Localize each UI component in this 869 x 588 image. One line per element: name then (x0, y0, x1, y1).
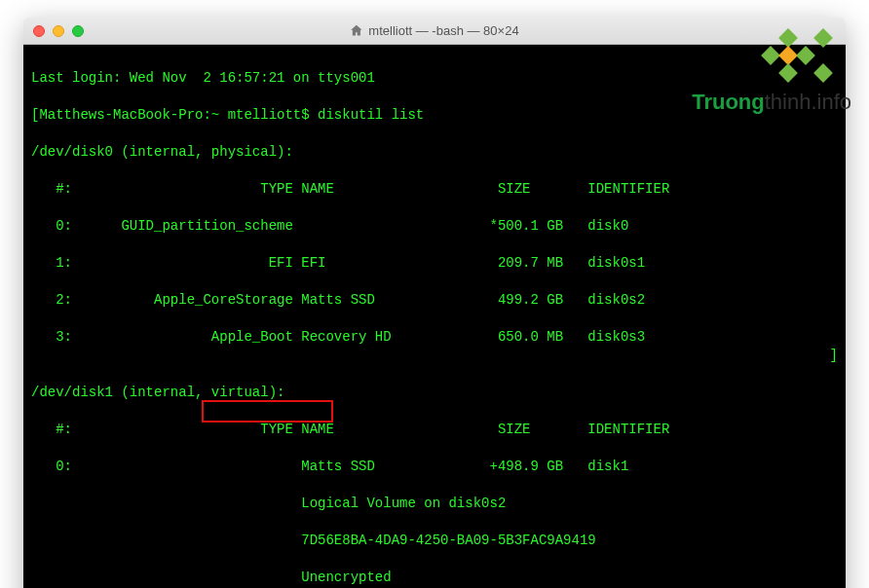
watermark: Truongthinh.info (692, 29, 851, 115)
traffic-lights (33, 25, 84, 37)
home-icon (350, 24, 362, 37)
terminal-line: /dev/disk1 (internal, virtual): (31, 384, 838, 402)
right-bracket: ] (830, 347, 838, 365)
close-button[interactable] (33, 25, 45, 37)
terminal-line: #: TYPE NAME SIZE IDENTIFIER (31, 180, 838, 199)
terminal-line: 0: GUID_partition_scheme *500.1 GB disk0 (31, 217, 838, 236)
terminal-line: 3: Apple_Boot Recovery HD 650.0 MB disk0… (31, 328, 838, 347)
watermark-logo (762, 29, 832, 82)
terminal-line: 0: Matts SSD +498.9 GB disk1 (31, 458, 838, 476)
watermark-text: Truongthinh.info (692, 90, 851, 115)
terminal-line: /dev/disk0 (internal, physical): (31, 143, 838, 162)
terminal-line: 1: EFI EFI 209.7 MB disk0s1 (31, 254, 838, 273)
terminal-body[interactable]: Last login: Wed Nov 2 16:57:21 on ttys00… (23, 45, 846, 588)
window-title-text: mtelliott — -bash — 80×24 (368, 23, 518, 38)
minimize-button[interactable] (53, 25, 64, 37)
highlight-box (202, 400, 333, 423)
terminal-line: 2: Apple_CoreStorage Matts SSD 499.2 GB … (31, 291, 838, 310)
terminal-line: 7D56E8BA-4DA9-4250-BA09-5B3FAC9A9419 (31, 532, 838, 550)
terminal-line: Logical Volume on disk0s2 (31, 495, 838, 513)
maximize-button[interactable] (72, 25, 84, 37)
window-title: mtelliott — -bash — 80×24 (350, 23, 518, 38)
terminal-line: Unencrypted (31, 569, 838, 587)
terminal-line: #: TYPE NAME SIZE IDENTIFIER (31, 421, 838, 439)
